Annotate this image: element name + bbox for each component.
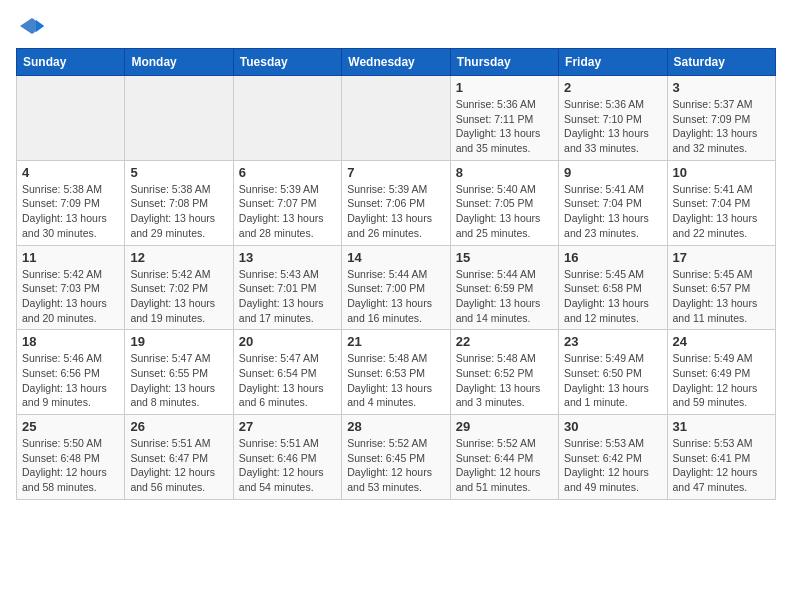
day-info: Sunrise: 5:39 AM Sunset: 7:06 PM Dayligh… xyxy=(347,182,444,241)
calendar-cell: 25Sunrise: 5:50 AM Sunset: 6:48 PM Dayli… xyxy=(17,415,125,500)
day-info: Sunrise: 5:45 AM Sunset: 6:58 PM Dayligh… xyxy=(564,267,661,326)
day-number: 25 xyxy=(22,419,119,434)
day-info: Sunrise: 5:39 AM Sunset: 7:07 PM Dayligh… xyxy=(239,182,336,241)
day-number: 11 xyxy=(22,250,119,265)
day-number: 28 xyxy=(347,419,444,434)
calendar-table: SundayMondayTuesdayWednesdayThursdayFrid… xyxy=(16,48,776,500)
day-info: Sunrise: 5:40 AM Sunset: 7:05 PM Dayligh… xyxy=(456,182,553,241)
weekday-header-saturday: Saturday xyxy=(667,49,775,76)
day-number: 14 xyxy=(347,250,444,265)
day-number: 15 xyxy=(456,250,553,265)
day-info: Sunrise: 5:51 AM Sunset: 6:47 PM Dayligh… xyxy=(130,436,227,495)
weekday-header-friday: Friday xyxy=(559,49,667,76)
calendar-cell: 8Sunrise: 5:40 AM Sunset: 7:05 PM Daylig… xyxy=(450,160,558,245)
day-info: Sunrise: 5:47 AM Sunset: 6:55 PM Dayligh… xyxy=(130,351,227,410)
calendar-cell: 15Sunrise: 5:44 AM Sunset: 6:59 PM Dayli… xyxy=(450,245,558,330)
calendar-cell: 30Sunrise: 5:53 AM Sunset: 6:42 PM Dayli… xyxy=(559,415,667,500)
day-number: 5 xyxy=(130,165,227,180)
calendar-cell: 4Sunrise: 5:38 AM Sunset: 7:09 PM Daylig… xyxy=(17,160,125,245)
calendar-cell: 2Sunrise: 5:36 AM Sunset: 7:10 PM Daylig… xyxy=(559,76,667,161)
day-info: Sunrise: 5:53 AM Sunset: 6:41 PM Dayligh… xyxy=(673,436,770,495)
calendar-week-row: 4Sunrise: 5:38 AM Sunset: 7:09 PM Daylig… xyxy=(17,160,776,245)
day-info: Sunrise: 5:51 AM Sunset: 6:46 PM Dayligh… xyxy=(239,436,336,495)
day-info: Sunrise: 5:48 AM Sunset: 6:53 PM Dayligh… xyxy=(347,351,444,410)
day-number: 30 xyxy=(564,419,661,434)
weekday-header-sunday: Sunday xyxy=(17,49,125,76)
calendar-cell: 17Sunrise: 5:45 AM Sunset: 6:57 PM Dayli… xyxy=(667,245,775,330)
calendar-cell: 16Sunrise: 5:45 AM Sunset: 6:58 PM Dayli… xyxy=(559,245,667,330)
calendar-cell: 10Sunrise: 5:41 AM Sunset: 7:04 PM Dayli… xyxy=(667,160,775,245)
weekday-header-tuesday: Tuesday xyxy=(233,49,341,76)
calendar-cell xyxy=(342,76,450,161)
day-info: Sunrise: 5:43 AM Sunset: 7:01 PM Dayligh… xyxy=(239,267,336,326)
calendar-cell: 14Sunrise: 5:44 AM Sunset: 7:00 PM Dayli… xyxy=(342,245,450,330)
day-info: Sunrise: 5:38 AM Sunset: 7:08 PM Dayligh… xyxy=(130,182,227,241)
calendar-cell: 29Sunrise: 5:52 AM Sunset: 6:44 PM Dayli… xyxy=(450,415,558,500)
calendar-cell: 3Sunrise: 5:37 AM Sunset: 7:09 PM Daylig… xyxy=(667,76,775,161)
day-number: 27 xyxy=(239,419,336,434)
calendar-cell: 1Sunrise: 5:36 AM Sunset: 7:11 PM Daylig… xyxy=(450,76,558,161)
day-number: 12 xyxy=(130,250,227,265)
day-number: 3 xyxy=(673,80,770,95)
logo-text xyxy=(16,16,46,36)
day-info: Sunrise: 5:36 AM Sunset: 7:11 PM Dayligh… xyxy=(456,97,553,156)
day-info: Sunrise: 5:42 AM Sunset: 7:03 PM Dayligh… xyxy=(22,267,119,326)
day-info: Sunrise: 5:49 AM Sunset: 6:50 PM Dayligh… xyxy=(564,351,661,410)
calendar-week-row: 18Sunrise: 5:46 AM Sunset: 6:56 PM Dayli… xyxy=(17,330,776,415)
calendar-cell: 11Sunrise: 5:42 AM Sunset: 7:03 PM Dayli… xyxy=(17,245,125,330)
day-number: 21 xyxy=(347,334,444,349)
day-info: Sunrise: 5:46 AM Sunset: 6:56 PM Dayligh… xyxy=(22,351,119,410)
calendar-cell: 19Sunrise: 5:47 AM Sunset: 6:55 PM Dayli… xyxy=(125,330,233,415)
day-number: 23 xyxy=(564,334,661,349)
calendar-cell: 9Sunrise: 5:41 AM Sunset: 7:04 PM Daylig… xyxy=(559,160,667,245)
day-info: Sunrise: 5:36 AM Sunset: 7:10 PM Dayligh… xyxy=(564,97,661,156)
day-number: 7 xyxy=(347,165,444,180)
day-number: 6 xyxy=(239,165,336,180)
day-number: 8 xyxy=(456,165,553,180)
day-info: Sunrise: 5:47 AM Sunset: 6:54 PM Dayligh… xyxy=(239,351,336,410)
calendar-cell: 20Sunrise: 5:47 AM Sunset: 6:54 PM Dayli… xyxy=(233,330,341,415)
day-number: 9 xyxy=(564,165,661,180)
calendar-cell xyxy=(125,76,233,161)
calendar-cell xyxy=(17,76,125,161)
calendar-cell: 23Sunrise: 5:49 AM Sunset: 6:50 PM Dayli… xyxy=(559,330,667,415)
day-number: 4 xyxy=(22,165,119,180)
page-header xyxy=(16,16,776,36)
calendar-cell: 7Sunrise: 5:39 AM Sunset: 7:06 PM Daylig… xyxy=(342,160,450,245)
day-number: 16 xyxy=(564,250,661,265)
day-info: Sunrise: 5:44 AM Sunset: 6:59 PM Dayligh… xyxy=(456,267,553,326)
calendar-cell: 28Sunrise: 5:52 AM Sunset: 6:45 PM Dayli… xyxy=(342,415,450,500)
day-info: Sunrise: 5:45 AM Sunset: 6:57 PM Dayligh… xyxy=(673,267,770,326)
day-number: 18 xyxy=(22,334,119,349)
weekday-header-wednesday: Wednesday xyxy=(342,49,450,76)
day-info: Sunrise: 5:44 AM Sunset: 7:00 PM Dayligh… xyxy=(347,267,444,326)
day-number: 1 xyxy=(456,80,553,95)
calendar-cell: 31Sunrise: 5:53 AM Sunset: 6:41 PM Dayli… xyxy=(667,415,775,500)
day-number: 22 xyxy=(456,334,553,349)
day-info: Sunrise: 5:52 AM Sunset: 6:44 PM Dayligh… xyxy=(456,436,553,495)
logo-icon xyxy=(18,16,46,36)
calendar-cell: 18Sunrise: 5:46 AM Sunset: 6:56 PM Dayli… xyxy=(17,330,125,415)
day-number: 10 xyxy=(673,165,770,180)
day-number: 26 xyxy=(130,419,227,434)
calendar-cell: 22Sunrise: 5:48 AM Sunset: 6:52 PM Dayli… xyxy=(450,330,558,415)
weekday-header-thursday: Thursday xyxy=(450,49,558,76)
calendar-cell: 6Sunrise: 5:39 AM Sunset: 7:07 PM Daylig… xyxy=(233,160,341,245)
day-info: Sunrise: 5:48 AM Sunset: 6:52 PM Dayligh… xyxy=(456,351,553,410)
day-info: Sunrise: 5:37 AM Sunset: 7:09 PM Dayligh… xyxy=(673,97,770,156)
weekday-header-row: SundayMondayTuesdayWednesdayThursdayFrid… xyxy=(17,49,776,76)
weekday-header-monday: Monday xyxy=(125,49,233,76)
day-number: 24 xyxy=(673,334,770,349)
day-info: Sunrise: 5:41 AM Sunset: 7:04 PM Dayligh… xyxy=(564,182,661,241)
day-info: Sunrise: 5:42 AM Sunset: 7:02 PM Dayligh… xyxy=(130,267,227,326)
day-number: 29 xyxy=(456,419,553,434)
calendar-week-row: 1Sunrise: 5:36 AM Sunset: 7:11 PM Daylig… xyxy=(17,76,776,161)
logo xyxy=(16,16,46,36)
day-number: 31 xyxy=(673,419,770,434)
calendar-cell: 24Sunrise: 5:49 AM Sunset: 6:49 PM Dayli… xyxy=(667,330,775,415)
calendar-cell: 13Sunrise: 5:43 AM Sunset: 7:01 PM Dayli… xyxy=(233,245,341,330)
day-number: 20 xyxy=(239,334,336,349)
calendar-cell: 27Sunrise: 5:51 AM Sunset: 6:46 PM Dayli… xyxy=(233,415,341,500)
calendar-week-row: 11Sunrise: 5:42 AM Sunset: 7:03 PM Dayli… xyxy=(17,245,776,330)
calendar-cell: 12Sunrise: 5:42 AM Sunset: 7:02 PM Dayli… xyxy=(125,245,233,330)
